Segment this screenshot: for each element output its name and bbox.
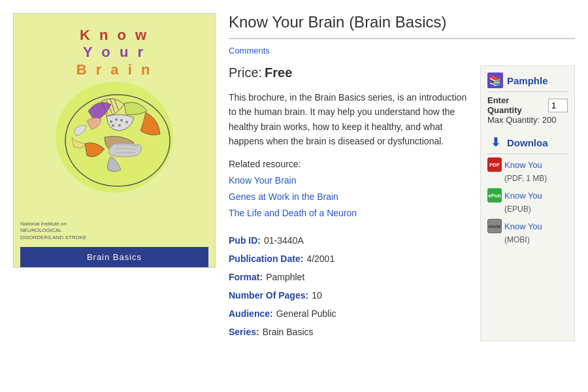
download-item-epub: ePub Know You (EPUB) xyxy=(487,188,568,214)
svg-point-10 xyxy=(112,124,114,127)
page-title: Know Your Brain (Brain Basics) xyxy=(229,13,575,39)
metadata-row-1: Publication Date:4/2001 xyxy=(229,250,470,268)
price-section: Price: Free xyxy=(229,65,470,80)
svg-point-11 xyxy=(118,124,121,127)
mobi-badge: mobi xyxy=(487,219,502,233)
cover-footer: Brain Basics xyxy=(20,247,208,267)
pdf-download-link[interactable]: PDF Know You xyxy=(487,157,568,172)
svg-point-6 xyxy=(110,120,112,123)
mobi-download-link[interactable]: mobi Know You xyxy=(487,219,568,233)
download-title: ⬇ Downloa xyxy=(487,135,568,150)
metadata-value-4: General Public xyxy=(276,304,336,323)
epub-filename: Know You xyxy=(504,191,542,201)
svg-point-8 xyxy=(120,119,123,122)
quantity-row: Enter Quantity xyxy=(487,95,568,115)
epub-badge: ePub xyxy=(487,188,502,203)
download-item-mobi: mobi Know You (MOBI) xyxy=(487,219,568,244)
metadata-row-4: Audience:General Public xyxy=(229,304,470,323)
metadata-value-3: 10 xyxy=(312,286,322,304)
comments-link[interactable]: Comments xyxy=(229,46,575,56)
max-quantity: Max Quantity: 200 xyxy=(487,115,568,125)
content-area: Know Your Brain (Brain Basics) Comments … xyxy=(229,13,575,341)
pdf-meta: (PDF, 1 MB) xyxy=(487,174,568,183)
metadata-label-2: Format: xyxy=(229,268,263,286)
metadata-value-2: Pamphlet xyxy=(266,268,304,286)
cover-small-text: National Institute on NEUROLOGICAL DISOR… xyxy=(20,221,86,241)
cover-title-your: Y o u r xyxy=(76,44,153,61)
price-value: Free xyxy=(265,65,292,80)
mobi-meta: (MOBI) xyxy=(487,235,568,244)
pamphlet-icon: 📚 xyxy=(487,73,503,88)
brain-illustration xyxy=(49,72,180,203)
metadata-value-5: Brain Basics xyxy=(263,323,314,341)
metadata-row-5: Series:Brain Basics xyxy=(229,323,470,341)
related-label: Related resource: xyxy=(229,159,470,169)
metadata-label-5: Series: xyxy=(229,323,259,341)
cover-title-know: K n o w xyxy=(76,27,153,44)
metadata-label-3: Number Of Pages: xyxy=(229,286,308,304)
pdf-filename: Know You xyxy=(504,160,542,170)
metadata-value-0: 01-3440A xyxy=(264,231,304,250)
description-text: This brochure, in the Brain Basics serie… xyxy=(229,90,470,149)
metadata-row-0: Pub ID:01-3440A xyxy=(229,231,470,250)
right-panel: 📚 Pamphle Enter Quantity Max Quantity: 2… xyxy=(480,65,575,341)
related-link-1[interactable]: Genes at Work in the Brain xyxy=(229,189,470,205)
cover-title: K n o w Y o u r B r a i n xyxy=(76,27,153,78)
related-link-0[interactable]: Know Your Brain xyxy=(229,172,470,189)
related-section: Related resource: Know Your Brain Genes … xyxy=(229,159,470,222)
pamphlet-title: 📚 Pamphle xyxy=(487,73,568,88)
mobi-filename: Know You xyxy=(504,221,542,231)
cover-title-brain: B r a i n xyxy=(76,61,153,78)
svg-point-7 xyxy=(115,118,118,121)
metadata-row-3: Number Of Pages:10 xyxy=(229,286,470,304)
enter-quantity-label: Enter Quantity xyxy=(487,95,545,115)
metadata-label-0: Pub ID: xyxy=(229,231,261,250)
metadata-label-1: Publication Date: xyxy=(229,250,303,268)
quantity-input[interactable] xyxy=(548,99,568,112)
book-cover: K n o w Y o u r B r a i n xyxy=(13,13,216,268)
epub-meta: (EPUB) xyxy=(487,204,568,214)
download-item-pdf: PDF Know You (PDF, 1 MB) xyxy=(487,157,568,183)
related-link-2[interactable]: The Life and Death of a Neuron xyxy=(229,205,470,221)
download-section: ⬇ Downloa PDF Know You (PDF, 1 MB) xyxy=(487,135,568,250)
metadata-row-2: Format:Pamphlet xyxy=(229,268,470,286)
price-label: Price: xyxy=(229,65,262,80)
metadata-label-4: Audience: xyxy=(229,304,273,323)
pamphlet-section: 📚 Pamphle Enter Quantity Max Quantity: 2… xyxy=(487,73,568,125)
epub-download-link[interactable]: ePub Know You xyxy=(487,188,568,203)
svg-point-9 xyxy=(125,121,128,123)
metadata-section: Pub ID:01-3440APublication Date:4/2001Fo… xyxy=(229,231,470,341)
metadata-value-1: 4/2001 xyxy=(306,250,335,268)
pdf-badge: PDF xyxy=(487,157,502,172)
download-icon: ⬇ xyxy=(487,135,503,150)
